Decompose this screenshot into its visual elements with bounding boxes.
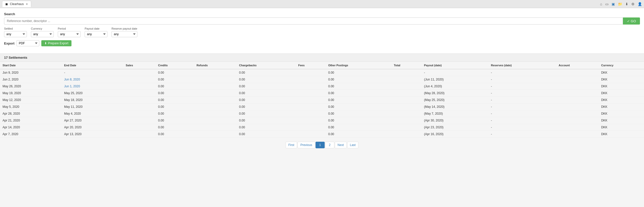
- pagination-next-button[interactable]: Next: [335, 142, 347, 148]
- cell-chargebacks: 0.00: [236, 103, 296, 110]
- cell-start-date: May 12, 2020: [0, 97, 62, 103]
- reserve-payout-date-select[interactable]: any: [112, 31, 137, 37]
- col-credits: Credits: [156, 62, 194, 69]
- col-reserves-date: Reserves (date): [488, 62, 556, 69]
- table-row[interactable]: Apr 28, 2020 May 4, 2020 0.00 0.00 0.00 …: [0, 110, 644, 117]
- cell-reserves-date: -: [488, 97, 556, 103]
- filters-row: Settled any yes no Currency any DKK EUR …: [4, 27, 640, 37]
- search-input[interactable]: [4, 17, 623, 25]
- tab-close-button[interactable]: ×: [26, 2, 28, 6]
- table-row[interactable]: Apr 21, 2020 Apr 27, 2020 0.00 0.00 0.00…: [0, 117, 644, 124]
- pagination-page-1-button[interactable]: 1: [316, 142, 325, 148]
- table-row[interactable]: May 5, 2020 May 11, 2020 0.00 0.00 0.00 …: [0, 103, 644, 110]
- settings-icon[interactable]: ⚙: [631, 2, 635, 6]
- cell-sales: [123, 97, 156, 103]
- table-row[interactable]: Apr 14, 2020 Apr 20, 2020 0.00 0.00 0.00…: [0, 124, 644, 131]
- end-date-text: Apr 13, 2020: [64, 132, 82, 136]
- download-icon[interactable]: ⬇: [625, 2, 628, 6]
- cell-account: [556, 69, 599, 76]
- cell-account: [556, 124, 599, 131]
- cell-other-postings: 0.00: [326, 124, 391, 131]
- cell-currency: DKK: [599, 124, 644, 131]
- cell-account: [556, 110, 599, 117]
- results-header: 17 Settlements: [0, 53, 644, 62]
- print-icon[interactable]: ▭: [605, 2, 609, 6]
- cell-account: [556, 103, 599, 110]
- cell-fees: [296, 103, 326, 110]
- cell-payout-date: -: [421, 69, 488, 76]
- cell-other-postings: 0.00: [326, 90, 391, 97]
- cell-end-date: Apr 13, 2020: [62, 131, 123, 138]
- payout-date-filter: Payout date any: [85, 27, 107, 37]
- cell-fees: [296, 117, 326, 124]
- col-end-date: End Date: [62, 62, 123, 69]
- tab-title: Clearhaus: [10, 2, 24, 6]
- go-button[interactable]: ✓ GO: [623, 17, 640, 25]
- reserve-payout-date-label: Reserve payout date: [112, 27, 137, 30]
- prepare-export-button[interactable]: ⬇ Prepare Export: [41, 40, 71, 46]
- pagination-last-button[interactable]: Last: [347, 142, 359, 148]
- cell-end-date: May 18, 2020: [62, 97, 123, 103]
- table-row[interactable]: May 19, 2020 May 25, 2020 0.00 0.00 0.00…: [0, 90, 644, 97]
- browser-tab[interactable]: ◼ Clearhaus ×: [2, 1, 31, 7]
- display-icon[interactable]: ▣: [612, 2, 615, 6]
- payout-date-select[interactable]: any: [85, 31, 107, 37]
- cell-start-date: May 5, 2020: [0, 103, 62, 110]
- cell-credits: 0.00: [156, 124, 194, 131]
- pagination: First Previous 1 2 Next Last: [0, 138, 644, 152]
- export-section: Export PDF CSV Excel ⬇ Prepare Export: [4, 40, 640, 46]
- cell-other-postings: 0.00: [326, 69, 391, 76]
- cell-fees: [296, 110, 326, 117]
- cell-start-date: May 19, 2020: [0, 90, 62, 97]
- home-icon[interactable]: ⌂: [600, 2, 602, 6]
- period-select[interactable]: any: [58, 31, 81, 37]
- cell-sales: [123, 90, 156, 97]
- cell-chargebacks: 0.00: [236, 76, 296, 83]
- settled-select[interactable]: any yes no: [4, 31, 27, 37]
- cell-sales: [123, 117, 156, 124]
- cell-end-date: May 11, 2020: [62, 103, 123, 110]
- cell-end-date: Jun 1, 2020: [62, 83, 123, 90]
- user-icon[interactable]: 👤: [638, 2, 642, 6]
- cell-fees: [296, 97, 326, 103]
- cell-other-postings: 0.00: [326, 131, 391, 138]
- end-date-text: May 25, 2020: [64, 91, 83, 95]
- cell-payout-date: (Apr 30, 2020): [421, 117, 488, 124]
- cell-fees: [296, 76, 326, 83]
- pagination-first-button[interactable]: First: [286, 142, 297, 148]
- table-row[interactable]: Jun 9, 2020 - 0.00 0.00 0.00 - - DKK: [0, 69, 644, 76]
- cell-credits: 0.00: [156, 103, 194, 110]
- table-row[interactable]: May 26, 2020 Jun 1, 2020 0.00 0.00 0.00 …: [0, 83, 644, 90]
- cell-total: [391, 83, 421, 90]
- end-date-link[interactable]: Jun 1, 2020: [64, 85, 80, 88]
- cell-payout-date: (May 7, 2020): [421, 110, 488, 117]
- go-button-wrapper: ✓ GO: [623, 17, 640, 25]
- cell-end-date: Apr 27, 2020: [62, 117, 123, 124]
- cell-reserves-date: -: [488, 124, 556, 131]
- cell-refunds: [194, 83, 237, 90]
- cell-sales: [123, 76, 156, 83]
- col-other-postings: Other Postings: [326, 62, 391, 69]
- main-content: Search ✓ GO Settled any yes no: [0, 8, 644, 53]
- cell-account: [556, 97, 599, 103]
- table-row[interactable]: Jun 2, 2020 Jun 8, 2020 0.00 0.00 0.00 (…: [0, 76, 644, 83]
- cell-total: [391, 76, 421, 83]
- cell-reserves-date: -: [488, 103, 556, 110]
- browser-chrome: ◼ Clearhaus × ⌂ ▭ ▣ 📁 ⬇ ⚙ 👤: [0, 0, 644, 8]
- table-row[interactable]: May 12, 2020 May 18, 2020 0.00 0.00 0.00…: [0, 97, 644, 103]
- pagination-previous-button[interactable]: Previous: [298, 142, 315, 148]
- cell-refunds: [194, 110, 237, 117]
- table-row[interactable]: Apr 7, 2020 Apr 13, 2020 0.00 0.00 0.00 …: [0, 131, 644, 138]
- folder-icon[interactable]: 📁: [618, 2, 622, 6]
- cell-total: [391, 131, 421, 138]
- pagination-page-2-button[interactable]: 2: [325, 142, 334, 148]
- cell-reserves-date: -: [488, 83, 556, 90]
- currency-select[interactable]: any DKK EUR USD: [31, 31, 54, 37]
- end-date-link[interactable]: Jun 8, 2020: [64, 78, 80, 81]
- cell-account: [556, 131, 599, 138]
- export-format-select[interactable]: PDF CSV Excel: [16, 40, 39, 46]
- period-label: Period: [58, 27, 81, 30]
- header-row: Start Date End Date Sales Credits Refund…: [0, 62, 644, 69]
- end-date-text: -: [64, 71, 65, 74]
- cell-credits: 0.00: [156, 83, 194, 90]
